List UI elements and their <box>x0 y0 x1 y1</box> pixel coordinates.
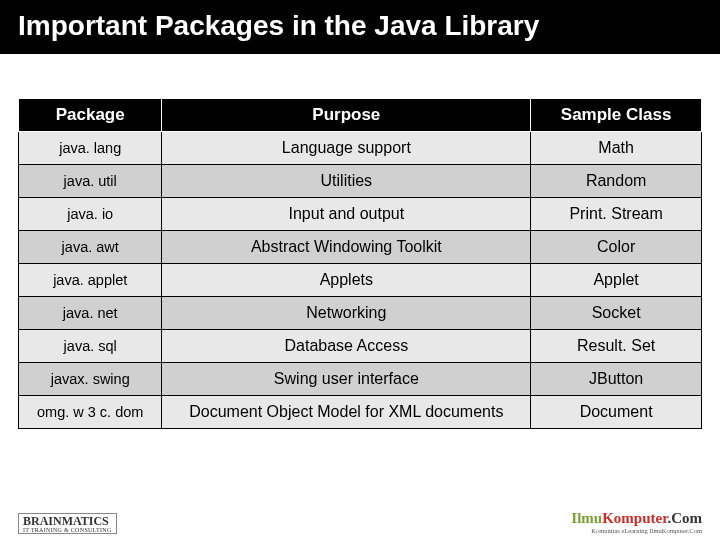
brand-part-com: .Com <box>667 510 702 526</box>
cell-sample: Print. Stream <box>531 198 702 231</box>
cell-package: javax. swing <box>19 363 162 396</box>
cell-sample: Math <box>531 132 702 165</box>
cell-package: java. applet <box>19 264 162 297</box>
cell-package: java. sql <box>19 330 162 363</box>
footer: BRAINMATICS IT TRAINING & CONSULTING Ilm… <box>0 504 720 534</box>
cell-sample: Applet <box>531 264 702 297</box>
cell-sample: Socket <box>531 297 702 330</box>
packages-table: Package Purpose Sample Class java. lang … <box>18 98 702 429</box>
table-row: java. util Utilities Random <box>19 165 702 198</box>
table-header-row: Package Purpose Sample Class <box>19 99 702 132</box>
slide-title: Important Packages in the Java Library <box>0 0 720 54</box>
brand-part-ilmu: Ilmu <box>571 510 602 526</box>
cell-purpose: Database Access <box>162 330 531 363</box>
cell-sample: Random <box>531 165 702 198</box>
footer-left-brand: BRAINMATICS IT TRAINING & CONSULTING <box>18 513 117 534</box>
cell-sample: Color <box>531 231 702 264</box>
table-row: java. awt Abstract Windowing Toolkit Col… <box>19 231 702 264</box>
header-purpose: Purpose <box>162 99 531 132</box>
table-row: java. applet Applets Applet <box>19 264 702 297</box>
cell-sample: Result. Set <box>531 330 702 363</box>
cell-package: java. io <box>19 198 162 231</box>
cell-purpose: Input and output <box>162 198 531 231</box>
cell-purpose: Abstract Windowing Toolkit <box>162 231 531 264</box>
table-container: Package Purpose Sample Class java. lang … <box>0 54 720 429</box>
brand-right-subtext: Komunitas eLearning IlmuKomputer.Com <box>571 527 702 534</box>
cell-package: java. awt <box>19 231 162 264</box>
cell-sample: Document <box>531 396 702 429</box>
table-row: javax. swing Swing user interface JButto… <box>19 363 702 396</box>
table-row: java. sql Database Access Result. Set <box>19 330 702 363</box>
cell-package: java. util <box>19 165 162 198</box>
cell-package: java. lang <box>19 132 162 165</box>
cell-purpose: Swing user interface <box>162 363 531 396</box>
cell-purpose: Document Object Model for XML documents <box>162 396 531 429</box>
cell-purpose: Utilities <box>162 165 531 198</box>
cell-package: java. net <box>19 297 162 330</box>
brand-text: BRAINMATICS <box>23 514 109 528</box>
header-sample: Sample Class <box>531 99 702 132</box>
cell-purpose: Language support <box>162 132 531 165</box>
table-row: java. net Networking Socket <box>19 297 702 330</box>
brand-part-komputer: Komputer <box>602 510 667 526</box>
cell-sample: JButton <box>531 363 702 396</box>
header-package: Package <box>19 99 162 132</box>
table-row: java. lang Language support Math <box>19 132 702 165</box>
footer-right-brand: IlmuKomputer.Com Komunitas eLearning Ilm… <box>571 510 702 534</box>
cell-purpose: Networking <box>162 297 531 330</box>
table-row: java. io Input and output Print. Stream <box>19 198 702 231</box>
cell-package: omg. w 3 c. dom <box>19 396 162 429</box>
brand-subtext: IT TRAINING & CONSULTING <box>23 527 112 533</box>
cell-purpose: Applets <box>162 264 531 297</box>
table-row: omg. w 3 c. dom Document Object Model fo… <box>19 396 702 429</box>
